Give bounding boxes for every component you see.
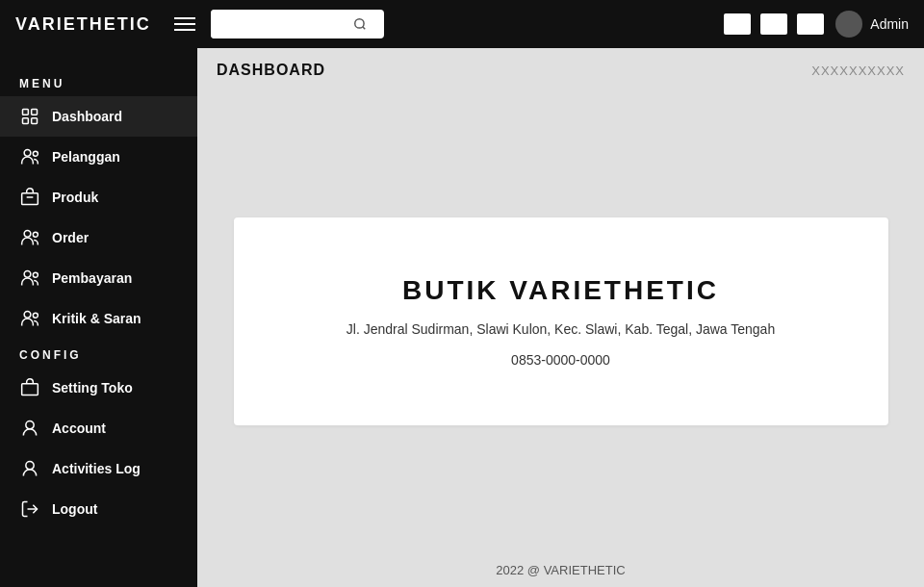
menu-toggle-button[interactable] — [170, 13, 199, 35]
svg-point-11 — [33, 232, 38, 237]
dashboard-icon — [19, 106, 40, 127]
footer-text: 2022 @ VARIETHETIC — [496, 563, 625, 577]
search-bar — [211, 10, 384, 38]
sidebar-item-label: Kritik & Saran — [52, 311, 141, 326]
sidebar-item-dashboard[interactable]: Dashboard — [0, 96, 197, 137]
order-icon — [19, 227, 40, 248]
sidebar-item-label: Order — [52, 230, 89, 245]
shop-phone: 0853-0000-0000 — [511, 352, 610, 368]
sidebar-item-label: Produk — [52, 190, 98, 205]
search-button[interactable] — [346, 17, 374, 31]
shop-name: BUTIK VARIETHETIC — [402, 275, 719, 306]
header: VARIETHETIC Admin — [0, 0, 924, 48]
svg-point-6 — [24, 150, 31, 157]
header-icon-1[interactable] — [724, 13, 751, 35]
sidebar-item-setting-toko[interactable]: Setting Toko — [0, 368, 197, 408]
svg-point-14 — [24, 312, 31, 319]
sidebar-item-pembayaran[interactable]: Pembayaran — [0, 258, 197, 298]
admin-label: Admin — [870, 16, 909, 32]
svg-rect-4 — [23, 118, 29, 124]
header-icon-2[interactable] — [760, 13, 787, 35]
sidebar-item-label: Account — [52, 421, 106, 436]
setting-icon — [19, 377, 40, 398]
content-area: DASHBOARD XXXXXXXXXX BUTIK VARIETHETIC J… — [197, 48, 924, 587]
header-icons — [724, 13, 824, 35]
admin-menu[interactable]: Admin — [835, 11, 909, 38]
content-header: DASHBOARD XXXXXXXXXX — [197, 48, 924, 89]
sidebar-item-label: Pembayaran — [52, 270, 132, 286]
svg-rect-2 — [23, 110, 29, 115]
sidebar-item-label: Activities Log — [52, 461, 141, 476]
svg-point-13 — [33, 272, 38, 277]
svg-point-17 — [26, 421, 34, 429]
svg-point-18 — [26, 462, 34, 470]
sidebar-item-label: Pelanggan — [52, 149, 120, 165]
svg-point-0 — [354, 19, 363, 28]
sidebar-item-account[interactable]: Account — [0, 408, 197, 448]
breadcrumb: XXXXXXXXXX — [811, 64, 905, 78]
content-body: BUTIK VARIETHETIC Jl. Jendral Sudirman, … — [197, 89, 924, 553]
svg-point-10 — [24, 231, 31, 238]
kritik-icon — [19, 308, 40, 329]
svg-point-15 — [33, 313, 38, 318]
sidebar-item-logout[interactable]: Logout — [0, 489, 197, 529]
sidebar-item-label: Setting Toko — [52, 380, 133, 396]
dashboard-card: BUTIK VARIETHETIC Jl. Jendral Sudirman, … — [234, 217, 888, 425]
logout-icon — [19, 498, 40, 520]
main-layout: MENU Dashboard Pelanggan Produk — [0, 48, 924, 587]
pelanggan-icon — [19, 146, 40, 167]
logo: VARIETHETIC — [15, 14, 151, 35]
sidebar-item-pelanggan[interactable]: Pelanggan — [0, 137, 197, 177]
page-title: DASHBOARD — [217, 62, 325, 79]
sidebar-item-produk[interactable]: Produk — [0, 177, 197, 217]
menu-section-label: MENU — [0, 67, 197, 96]
svg-rect-3 — [32, 110, 38, 115]
sidebar: MENU Dashboard Pelanggan Produk — [0, 48, 197, 587]
sidebar-item-kritik-saran[interactable]: Kritik & Saran — [0, 298, 197, 339]
config-section-label: CONFIG — [0, 339, 197, 368]
svg-point-12 — [24, 271, 31, 278]
svg-line-1 — [362, 27, 365, 30]
avatar — [835, 11, 862, 38]
activities-icon — [19, 458, 40, 479]
search-input[interactable] — [211, 10, 346, 38]
header-icon-3[interactable] — [797, 13, 824, 35]
svg-rect-5 — [32, 118, 38, 124]
shop-address: Jl. Jendral Sudirman, Slawi Kulon, Kec. … — [346, 321, 775, 337]
footer: 2022 @ VARIETHETIC — [197, 553, 924, 587]
pembayaran-icon — [19, 268, 40, 289]
sidebar-item-label: Logout — [52, 501, 97, 517]
sidebar-item-label: Dashboard — [52, 109, 122, 124]
account-icon — [19, 418, 40, 439]
sidebar-item-order[interactable]: Order — [0, 217, 197, 258]
svg-point-7 — [33, 151, 38, 156]
sidebar-item-activities-log[interactable]: Activities Log — [0, 448, 197, 489]
svg-rect-8 — [22, 193, 38, 205]
produk-icon — [19, 187, 40, 208]
svg-rect-16 — [22, 384, 38, 396]
